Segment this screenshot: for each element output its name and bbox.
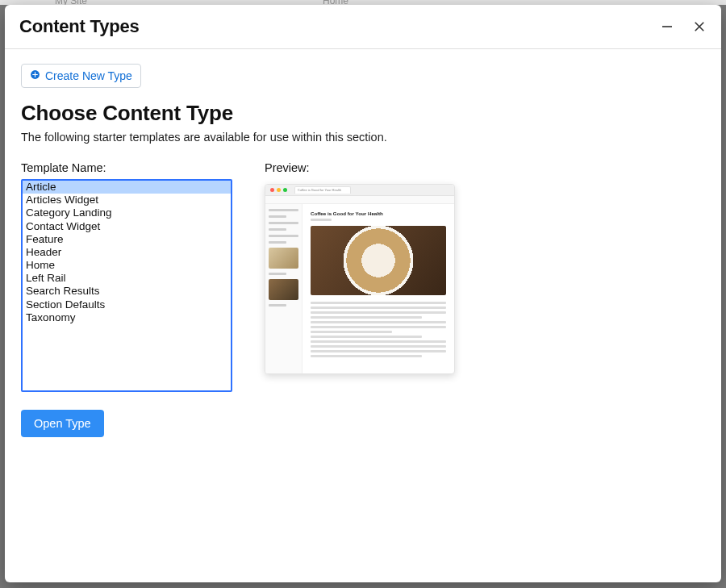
template-preview: Coffee is Good for Your Health Coffee i (265, 184, 455, 374)
template-option[interactable]: Left Rail (23, 272, 231, 285)
svg-rect-5 (32, 74, 38, 75)
preview-article-title: Coffee is Good for Your Health (311, 211, 446, 216)
template-option[interactable]: Taxonomy (23, 311, 231, 324)
modal-header: Content Types (5, 5, 721, 49)
modal-title: Content Types (19, 16, 140, 37)
page-heading: Choose Content Type (21, 101, 705, 126)
template-option[interactable]: Section Defaults (23, 298, 231, 311)
template-option[interactable]: Articles Widget (23, 194, 231, 206)
preview-article: Coffee is Good for Your Health (302, 204, 454, 373)
close-icon[interactable] (692, 19, 707, 34)
preview-page: Coffee is Good for Your Health (265, 204, 454, 373)
open-type-button[interactable]: Open Type (21, 410, 104, 437)
preview-sidebar-thumb (269, 248, 298, 269)
preview-url-bar (265, 196, 454, 204)
preview-sidebar (265, 204, 302, 373)
traffic-light-close-icon (270, 188, 274, 192)
preview-browser-chrome: Coffee is Good for Your Health (265, 185, 454, 196)
create-new-type-button[interactable]: Create New Type (21, 64, 141, 88)
template-option[interactable]: Header (23, 246, 231, 259)
template-option[interactable]: Article (23, 181, 231, 194)
template-option[interactable]: Search Results (23, 285, 231, 298)
preview-sidebar-thumb (269, 279, 298, 300)
template-name-label: Template Name: (21, 161, 232, 174)
page-description: The following starter templates are avai… (21, 131, 705, 144)
traffic-light-min-icon (277, 188, 281, 192)
template-option[interactable]: Home (23, 259, 231, 272)
modal-window-controls (660, 19, 707, 34)
preview-article-image (311, 226, 446, 295)
template-option[interactable]: Feature (23, 233, 231, 246)
preview-article-body (311, 302, 446, 357)
template-option[interactable]: Category Landing (23, 206, 231, 219)
preview-tab-title: Coffee is Good for Your Health (294, 186, 351, 194)
template-option[interactable]: Contact Widget (23, 220, 231, 233)
modal-body: Create New Type Choose Content Type The … (5, 49, 721, 582)
preview-article-byline (311, 219, 332, 221)
preview-label: Preview: (265, 161, 455, 174)
minimize-icon[interactable] (660, 19, 674, 34)
content-types-modal: Content Types Create New Type Choose Con… (5, 5, 721, 582)
template-listbox[interactable]: ArticleArticles WidgetCategory LandingCo… (21, 179, 232, 392)
create-new-type-label: Create New Type (45, 69, 132, 82)
plus-circle-icon (30, 69, 40, 82)
template-column: Template Name: ArticleArticles WidgetCat… (21, 161, 232, 437)
traffic-light-max-icon (283, 188, 287, 192)
preview-column: Preview: Coffee is Good for Your Health (265, 161, 455, 374)
